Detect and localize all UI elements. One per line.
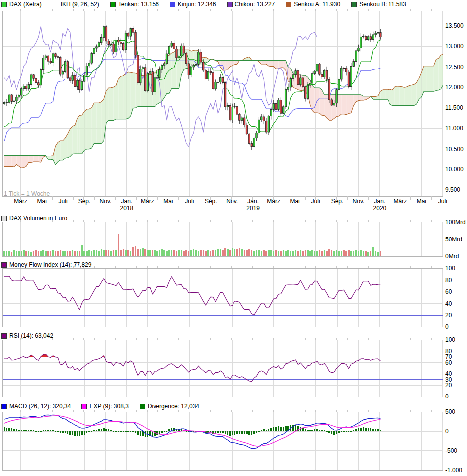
legend-item-rsi[interactable]: RSI (14): 63,042 — [1, 332, 53, 339]
svg-text:Juli: Juli — [438, 198, 447, 205]
price-axis-labels: 13.50013.00012.50012.00011.50011.00010.5… — [445, 22, 464, 193]
svg-text:Sep.: Sep. — [205, 198, 217, 205]
legend-item-senkou-a[interactable]: Senkou A: 11.930 — [286, 1, 340, 8]
tenkan-swatch-icon — [110, 2, 116, 7]
svg-text:40: 40 — [445, 300, 452, 307]
mfi-swatch-icon — [1, 262, 7, 268]
mfi-legend: Money Flow Index (14): 77,829 — [1, 261, 91, 268]
svg-text:10.500: 10.500 — [445, 146, 464, 153]
price-border — [2, 11, 443, 196]
svg-text:2019: 2019 — [246, 205, 260, 212]
rsi-overbought-fill — [23, 354, 104, 357]
svg-text:Sep.: Sep. — [78, 198, 91, 205]
svg-text:Nov.: Nov. — [353, 198, 365, 205]
legend-item-exp[interactable]: EXP (9): 308,3 — [81, 403, 129, 410]
macd-axis-labels: 5000-500-1.000 — [445, 408, 462, 473]
svg-text:2020: 2020 — [373, 205, 387, 212]
macd-legend: MACD (26, 12): 320,34EXP (9): 308,3Diver… — [1, 403, 199, 410]
legend-item-ikh[interactable]: IKH (9, 26, 52) — [53, 1, 99, 8]
volume-bars — [3, 234, 381, 256]
ikh-swatch-icon — [53, 2, 58, 7]
senkou-b-swatch-icon — [351, 2, 357, 7]
month-axis-labels: MärzMaiJuliSep.Nov.Jan.2018MärzMaiJuliSe… — [14, 198, 447, 212]
svg-text:Sep.: Sep. — [331, 198, 344, 205]
month-ticks — [10, 338, 442, 340]
svg-text:2018: 2018 — [120, 205, 134, 212]
price-grid — [21, 11, 443, 196]
legend-item-label: Tenkan: 13.156 — [118, 1, 159, 8]
svg-text:0Mrd: 0Mrd — [445, 253, 459, 260]
chikou-swatch-icon — [227, 2, 233, 7]
senkou-a-swatch-icon — [286, 2, 291, 7]
svg-text:Nov.: Nov. — [100, 198, 112, 205]
svg-text:Nov.: Nov. — [226, 198, 238, 205]
svg-text:13.500: 13.500 — [445, 22, 464, 29]
legend-item-dax[interactable]: DAX (Xetra) — [1, 1, 42, 8]
svg-text:0: 0 — [445, 393, 449, 400]
svg-text:-1.000: -1.000 — [445, 467, 462, 474]
svg-text:Jan.: Jan. — [247, 198, 259, 205]
legend-item-label: Senkou A: 11.930 — [294, 1, 340, 8]
legend-item-label: IKH (9, 26, 52) — [61, 1, 99, 8]
svg-text:11.500: 11.500 — [445, 104, 463, 111]
mfi-grid — [21, 268, 443, 327]
svg-text:Jan.: Jan. — [121, 198, 133, 205]
legend-item-label: DAX (Xetra) — [9, 1, 42, 8]
rsi-border — [2, 340, 443, 397]
svg-text:0: 0 — [445, 323, 449, 330]
macd-grid — [21, 412, 443, 470]
legend-item-volume[interactable]: DAX Volumen in Euro — [1, 215, 67, 222]
legend-item-kinjun[interactable]: Kinjun: 12.346 — [170, 1, 216, 8]
macd-swatch-icon — [1, 404, 7, 409]
main-legend: DAX (Xetra)IKH (9, 26, 52)Tenkan: 13.156… — [1, 1, 406, 8]
legend-item-mfi[interactable]: Money Flow Index (14): 77,829 — [1, 261, 91, 268]
legend-item-senkou-b[interactable]: Senkou B: 11.583 — [351, 1, 406, 8]
macd-border — [2, 412, 443, 470]
svg-text:80: 80 — [445, 277, 452, 284]
svg-text:100: 100 — [445, 265, 455, 272]
svg-text:-500: -500 — [445, 447, 457, 454]
legend-item-tenkan[interactable]: Tenkan: 13.156 — [110, 1, 159, 8]
dax-ichimoku-chart: 13.50013.00012.50012.00011.50011.00010.5… — [0, 0, 467, 476]
month-ticks — [10, 410, 442, 412]
legend-item-label: Money Flow Index (14): 77,829 — [9, 261, 91, 268]
volume-axis-labels: 100Mrd50Mrd0Mrd — [445, 219, 466, 260]
legend-item-label: Kinjun: 12.346 — [178, 1, 216, 8]
kinjun-swatch-icon — [170, 2, 175, 7]
rsi-legend: RSI (14): 63,042 — [1, 332, 53, 339]
legend-item-label: EXP (9): 308,3 — [89, 403, 129, 410]
svg-text:12.500: 12.500 — [445, 64, 464, 71]
legend-item-label: Divergence: 12,034 — [148, 403, 199, 410]
rsi-grid — [21, 340, 443, 397]
legend-item-label: DAX Volumen in Euro — [9, 215, 67, 222]
svg-text:10.000: 10.000 — [445, 166, 464, 173]
candlestick-series — [3, 25, 381, 150]
exp-swatch-icon — [81, 404, 87, 409]
tick-note: 1 Tick = 1 Woche — [4, 190, 50, 197]
svg-text:13.000: 13.000 — [445, 43, 464, 50]
svg-text:12.000: 12.000 — [445, 84, 464, 91]
legend-item-label: Chikou: 13.227 — [235, 1, 275, 8]
svg-text:Mai: Mai — [417, 198, 426, 205]
price-hgrid — [2, 26, 443, 190]
svg-text:100Mrd: 100Mrd — [445, 219, 466, 226]
legend-item-label: MACD (26, 12): 320,34 — [9, 403, 71, 410]
mfi-border — [2, 268, 443, 327]
legend-item-divergence[interactable]: Divergence: 12,034 — [140, 403, 199, 410]
mfi-axis-labels: 100806040200 — [445, 265, 455, 330]
svg-text:60: 60 — [445, 359, 452, 366]
svg-text:60: 60 — [445, 288, 452, 295]
legend-item-chikou[interactable]: Chikou: 13.227 — [227, 1, 275, 8]
volume-legend: DAX Volumen in Euro — [1, 215, 67, 222]
legend-item-label: RSI (14): 63,042 — [9, 332, 53, 339]
svg-text:100: 100 — [445, 336, 455, 343]
svg-text:Jan.: Jan. — [374, 198, 386, 205]
legend-item-macd[interactable]: MACD (26, 12): 320,34 — [1, 403, 71, 410]
dax-swatch-icon — [1, 2, 7, 7]
svg-text:0: 0 — [445, 428, 449, 435]
rsi-axis-labels: 1008070604030200 — [445, 336, 455, 400]
month-ticks — [10, 9, 442, 11]
month-ticks — [10, 220, 442, 222]
svg-text:500: 500 — [445, 408, 455, 415]
svg-text:März: März — [394, 198, 407, 205]
